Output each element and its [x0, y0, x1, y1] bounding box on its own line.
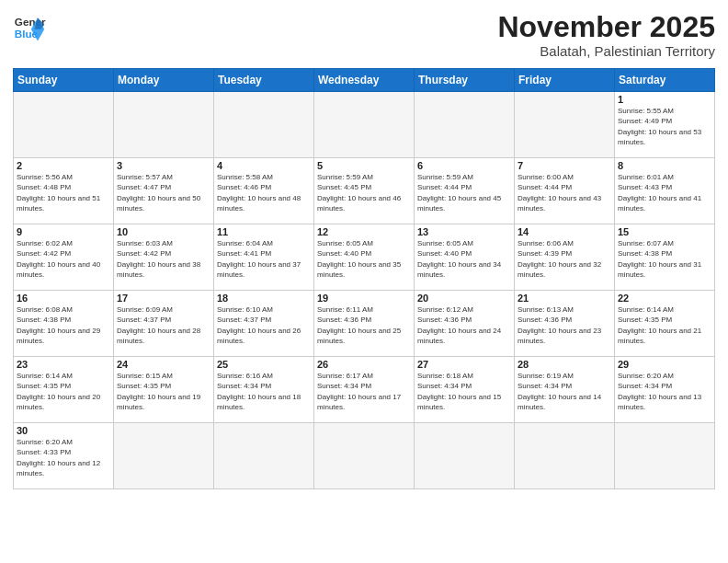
cal-row-2: 2 Sunrise: 5:56 AMSunset: 4:48 PMDayligh… — [14, 158, 715, 224]
day-number-13: 13 — [417, 226, 511, 237]
header: General Blue November 2025 Balatah, Pale… — [13, 11, 715, 59]
month-title: November 2025 — [497, 11, 715, 43]
day-cell-29: 29 Sunrise: 6:20 AMSunset: 4:34 PMDaylig… — [615, 357, 715, 423]
day-info-2: Sunrise: 5:56 AMSunset: 4:48 PMDaylight:… — [17, 172, 110, 213]
day-cell-26: 26 Sunrise: 6:17 AMSunset: 4:34 PMDaylig… — [314, 357, 415, 423]
day-info-17: Sunrise: 6:09 AMSunset: 4:37 PMDaylight:… — [117, 304, 210, 346]
day-number-6: 6 — [417, 160, 511, 171]
day-cell-13: 13 Sunrise: 6:05 AMSunset: 4:40 PMDaylig… — [415, 224, 515, 291]
day-info-24: Sunrise: 6:15 AMSunset: 4:35 PMDaylight:… — [117, 371, 210, 412]
page: General Blue November 2025 Balatah, Pale… — [0, 0, 728, 563]
empty-cell — [314, 423, 415, 489]
header-wednesday: Wednesday — [314, 69, 415, 92]
empty-cell — [14, 92, 114, 158]
day-info-22: Sunrise: 6:14 AMSunset: 4:35 PMDaylight:… — [618, 304, 711, 346]
day-cell-24: 24 Sunrise: 6:15 AMSunset: 4:35 PMDaylig… — [114, 357, 214, 423]
weekday-header-row: Sunday Monday Tuesday Wednesday Thursday… — [14, 69, 715, 92]
day-number-29: 29 — [618, 359, 711, 370]
day-number-25: 25 — [217, 359, 311, 370]
title-block: November 2025 Balatah, Palestinian Terri… — [497, 11, 715, 59]
day-info-5: Sunrise: 5:59 AMSunset: 4:45 PMDaylight:… — [317, 172, 411, 213]
day-cell-18: 18 Sunrise: 6:10 AMSunset: 4:37 PMDaylig… — [214, 291, 314, 357]
day-cell-11: 11 Sunrise: 6:04 AMSunset: 4:41 PMDaylig… — [214, 224, 314, 291]
header-monday: Monday — [114, 69, 214, 92]
logo: General Blue — [13, 11, 46, 44]
day-number-21: 21 — [518, 293, 611, 304]
day-info-16: Sunrise: 6:08 AMSunset: 4:38 PMDaylight:… — [17, 304, 110, 346]
empty-cell — [114, 423, 214, 489]
day-cell-23: 23 Sunrise: 6:14 AMSunset: 4:35 PMDaylig… — [14, 357, 114, 423]
day-number-11: 11 — [217, 226, 311, 237]
day-number-17: 17 — [117, 293, 210, 304]
header-sunday: Sunday — [14, 69, 114, 92]
day-info-26: Sunrise: 6:17 AMSunset: 4:34 PMDaylight:… — [317, 371, 411, 412]
day-info-14: Sunrise: 6:06 AMSunset: 4:39 PMDaylight:… — [518, 238, 611, 280]
empty-cell — [114, 92, 214, 158]
day-info-11: Sunrise: 6:04 AMSunset: 4:41 PMDaylight:… — [217, 238, 311, 280]
cal-row-9: 9 Sunrise: 6:02 AMSunset: 4:42 PMDayligh… — [14, 224, 715, 291]
day-info-1: Sunrise: 5:55 AMSunset: 4:49 PMDaylight:… — [618, 106, 711, 147]
cal-row-30: 30 Sunrise: 6:20 AMSunset: 4:33 PMDaylig… — [14, 423, 715, 489]
empty-cell — [615, 423, 715, 489]
day-number-22: 22 — [618, 293, 711, 304]
day-cell-22: 22 Sunrise: 6:14 AMSunset: 4:35 PMDaylig… — [615, 291, 715, 357]
day-info-20: Sunrise: 6:12 AMSunset: 4:36 PMDaylight:… — [417, 304, 511, 346]
day-info-9: Sunrise: 6:02 AMSunset: 4:42 PMDaylight:… — [17, 238, 110, 280]
day-cell-28: 28 Sunrise: 6:19 AMSunset: 4:34 PMDaylig… — [515, 357, 615, 423]
empty-cell — [214, 423, 314, 489]
empty-cell — [214, 92, 314, 158]
empty-cell — [415, 92, 515, 158]
empty-cell — [314, 92, 415, 158]
day-cell-19: 19 Sunrise: 6:11 AMSunset: 4:36 PMDaylig… — [314, 291, 415, 357]
day-cell-20: 20 Sunrise: 6:12 AMSunset: 4:36 PMDaylig… — [415, 291, 515, 357]
day-cell-27: 27 Sunrise: 6:18 AMSunset: 4:34 PMDaylig… — [415, 357, 515, 423]
day-number-19: 19 — [317, 293, 411, 304]
day-info-12: Sunrise: 6:05 AMSunset: 4:40 PMDaylight:… — [317, 238, 411, 280]
day-cell-9: 9 Sunrise: 6:02 AMSunset: 4:42 PMDayligh… — [14, 224, 114, 291]
day-number-18: 18 — [217, 293, 311, 304]
day-cell-25: 25 Sunrise: 6:16 AMSunset: 4:34 PMDaylig… — [214, 357, 314, 423]
cal-row-16: 16 Sunrise: 6:08 AMSunset: 4:38 PMDaylig… — [14, 291, 715, 357]
day-cell-30: 30 Sunrise: 6:20 AMSunset: 4:33 PMDaylig… — [14, 423, 114, 489]
day-number-7: 7 — [518, 160, 611, 171]
day-cell-10: 10 Sunrise: 6:03 AMSunset: 4:42 PMDaylig… — [114, 224, 214, 291]
day-number-3: 3 — [117, 160, 210, 171]
day-info-30: Sunrise: 6:20 AMSunset: 4:33 PMDaylight:… — [17, 437, 110, 478]
day-number-8: 8 — [618, 160, 711, 171]
day-cell-4: 4 Sunrise: 5:58 AMSunset: 4:46 PMDayligh… — [214, 158, 314, 224]
day-info-8: Sunrise: 6:01 AMSunset: 4:43 PMDaylight:… — [618, 172, 711, 213]
day-number-15: 15 — [618, 226, 711, 237]
day-cell-6: 6 Sunrise: 5:59 AMSunset: 4:44 PMDayligh… — [415, 158, 515, 224]
day-info-28: Sunrise: 6:19 AMSunset: 4:34 PMDaylight:… — [518, 371, 611, 412]
logo-icon: General Blue — [13, 11, 46, 44]
header-friday: Friday — [515, 69, 615, 92]
day-number-30: 30 — [17, 425, 110, 436]
cal-row-23: 23 Sunrise: 6:14 AMSunset: 4:35 PMDaylig… — [14, 357, 715, 423]
header-tuesday: Tuesday — [214, 69, 314, 92]
day-number-1: 1 — [618, 94, 711, 105]
day-cell-21: 21 Sunrise: 6:13 AMSunset: 4:36 PMDaylig… — [515, 291, 615, 357]
location-subtitle: Balatah, Palestinian Territory — [497, 43, 715, 59]
day-info-18: Sunrise: 6:10 AMSunset: 4:37 PMDaylight:… — [217, 304, 311, 346]
day-cell-17: 17 Sunrise: 6:09 AMSunset: 4:37 PMDaylig… — [114, 291, 214, 357]
day-cell-5: 5 Sunrise: 5:59 AMSunset: 4:45 PMDayligh… — [314, 158, 415, 224]
header-thursday: Thursday — [415, 69, 515, 92]
day-number-2: 2 — [17, 160, 110, 171]
day-info-21: Sunrise: 6:13 AMSunset: 4:36 PMDaylight:… — [518, 304, 611, 346]
day-cell-12: 12 Sunrise: 6:05 AMSunset: 4:40 PMDaylig… — [314, 224, 415, 291]
empty-cell — [415, 423, 515, 489]
empty-cell — [515, 92, 615, 158]
day-cell-7: 7 Sunrise: 6:00 AMSunset: 4:44 PMDayligh… — [515, 158, 615, 224]
day-cell-16: 16 Sunrise: 6:08 AMSunset: 4:38 PMDaylig… — [14, 291, 114, 357]
day-info-27: Sunrise: 6:18 AMSunset: 4:34 PMDaylight:… — [417, 371, 511, 412]
day-number-27: 27 — [417, 359, 511, 370]
day-info-6: Sunrise: 5:59 AMSunset: 4:44 PMDaylight:… — [417, 172, 511, 213]
day-number-10: 10 — [117, 226, 210, 237]
day-info-13: Sunrise: 6:05 AMSunset: 4:40 PMDaylight:… — [417, 238, 511, 280]
day-number-5: 5 — [317, 160, 411, 171]
day-number-26: 26 — [317, 359, 411, 370]
day-number-16: 16 — [17, 293, 110, 304]
header-saturday: Saturday — [615, 69, 715, 92]
day-cell-8: 8 Sunrise: 6:01 AMSunset: 4:43 PMDayligh… — [615, 158, 715, 224]
day-info-3: Sunrise: 5:57 AMSunset: 4:47 PMDaylight:… — [117, 172, 210, 213]
